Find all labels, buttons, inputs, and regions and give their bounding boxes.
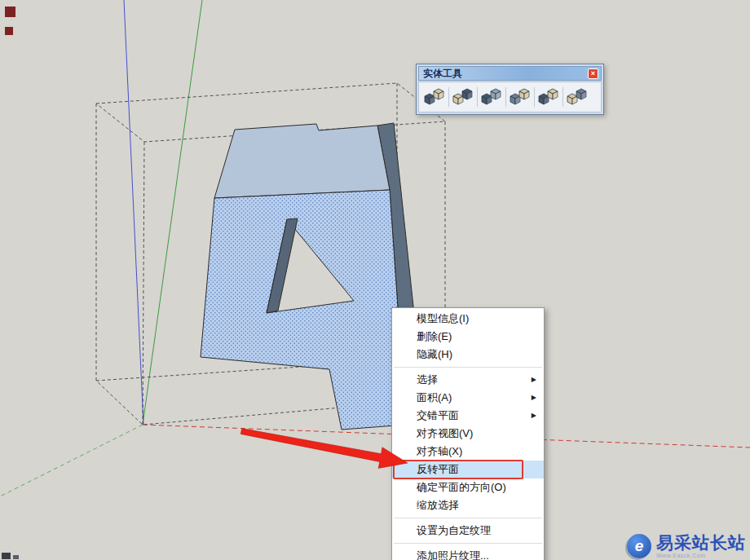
menu-item-label: 对齐视图(V) bbox=[417, 427, 473, 439]
sketchup-window: 实体工具 × bbox=[0, 0, 750, 560]
menu-item-align-view[interactable]: 对齐视图(V) bbox=[392, 425, 544, 443]
viewport-3d[interactable] bbox=[0, 0, 750, 560]
toolbar-separator bbox=[505, 87, 506, 107]
intersect-cubes-icon bbox=[452, 88, 474, 106]
model-top-face[interactable] bbox=[214, 124, 390, 198]
menu-item-orient-faces[interactable]: 确定平面的方向(O) bbox=[392, 478, 544, 496]
union-cubes-icon bbox=[481, 88, 502, 106]
menu-item-label: 模型信息(I) bbox=[417, 312, 469, 324]
menu-item-model-info[interactable]: 模型信息(I) bbox=[392, 310, 544, 328]
submenu-arrow-icon: ▶ bbox=[532, 371, 536, 389]
split-cubes-icon bbox=[567, 88, 588, 106]
trim-cubes-icon bbox=[538, 88, 559, 106]
submenu-arrow-icon: ▶ bbox=[532, 407, 536, 425]
capture-artifact bbox=[2, 553, 11, 559]
toolbar-separator bbox=[477, 87, 478, 107]
menu-item-area[interactable]: 面积(A) ▶ bbox=[392, 389, 544, 407]
subtract-cubes-icon bbox=[510, 88, 531, 106]
watermark: e 易采站长站 Www.Easck.Com bbox=[627, 534, 746, 558]
menu-separator bbox=[394, 518, 542, 518]
menu-item-intersect-faces[interactable]: 交错平面 ▶ bbox=[392, 407, 544, 425]
tool-union-button[interactable] bbox=[479, 86, 504, 108]
toolbar-body bbox=[418, 82, 602, 112]
menu-item-reverse-faces[interactable]: 反转平面 bbox=[392, 461, 544, 478]
menu-item-label: 对齐轴(X) bbox=[417, 445, 462, 457]
toolbar-titlebar[interactable]: 实体工具 × bbox=[418, 66, 602, 81]
toolbar-title: 实体工具 bbox=[423, 67, 462, 81]
tool-subtract-button[interactable] bbox=[508, 86, 532, 108]
toolbar-close-button[interactable]: × bbox=[588, 68, 598, 79]
menu-item-select[interactable]: 选择 ▶ bbox=[392, 371, 544, 389]
context-menu: 模型信息(I) 删除(E) 隐藏(H) 选择 ▶ 面积(A) ▶ 交错平面 ▶ … bbox=[391, 307, 545, 560]
site-name: 易采站长站 bbox=[656, 534, 746, 551]
menu-item-align-axes[interactable]: 对齐轴(X) bbox=[392, 443, 544, 461]
menu-item-label: 确定平面的方向(O) bbox=[417, 481, 506, 493]
tool-outer-shell-button[interactable] bbox=[422, 86, 447, 108]
menu-item-label: 隐藏(H) bbox=[417, 348, 452, 360]
logo-letter: e bbox=[635, 537, 644, 555]
toolbar-separator bbox=[534, 87, 535, 107]
menu-separator bbox=[394, 367, 542, 368]
menu-item-label: 选择 bbox=[417, 373, 438, 386]
menu-item-make-unique-texture[interactable]: 设置为自定纹理 bbox=[392, 522, 544, 540]
menu-item-label: 缩放选择 bbox=[417, 499, 459, 511]
tool-split-button[interactable] bbox=[565, 86, 589, 108]
tool-trim-button[interactable] bbox=[536, 86, 561, 108]
outer-shell-cubes-icon bbox=[424, 88, 445, 106]
menu-item-add-photo-texture[interactable]: 添加照片纹理... bbox=[392, 547, 544, 560]
menu-item-label: 添加照片纹理... bbox=[417, 549, 489, 560]
menu-item-erase[interactable]: 删除(E) bbox=[392, 328, 544, 346]
menu-item-label: 面积(A) bbox=[417, 391, 452, 403]
menu-item-hide[interactable]: 隐藏(H) bbox=[392, 346, 544, 364]
menu-item-label: 设置为自定纹理 bbox=[417, 524, 491, 536]
menu-separator bbox=[394, 543, 542, 544]
capture-artifact bbox=[5, 27, 13, 35]
tool-intersect-button[interactable] bbox=[451, 86, 475, 108]
menu-item-label: 交错平面 bbox=[417, 409, 459, 421]
solid-tools-toolbar: 实体工具 × bbox=[416, 64, 604, 115]
toolbar-separator bbox=[448, 87, 449, 107]
watermark-text: 易采站长站 Www.Easck.Com bbox=[656, 534, 746, 558]
capture-artifact bbox=[5, 7, 15, 17]
toolbar-separator bbox=[562, 87, 563, 107]
site-url: Www.Easck.Com bbox=[656, 553, 746, 558]
menu-item-label: 反转平面 bbox=[417, 463, 459, 475]
capture-artifact bbox=[13, 555, 19, 559]
submenu-arrow-icon: ▶ bbox=[532, 389, 536, 407]
model-front-face-selected[interactable] bbox=[201, 190, 406, 430]
easck-logo-icon: e bbox=[627, 534, 651, 558]
menu-item-label: 删除(E) bbox=[417, 330, 452, 342]
menu-item-zoom-selection[interactable]: 缩放选择 bbox=[392, 496, 544, 514]
